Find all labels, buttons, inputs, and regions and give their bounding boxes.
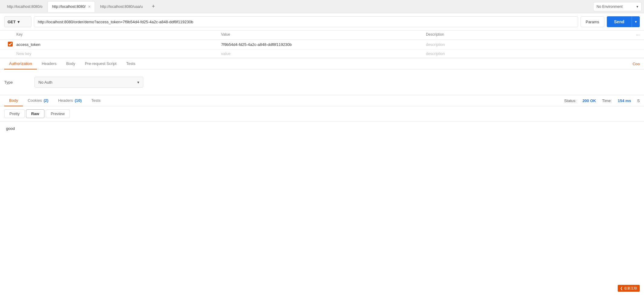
environment-selector[interactable]: No Environment ▾ xyxy=(593,2,642,11)
env-dropdown-icon: ▾ xyxy=(636,5,638,9)
response-tab-headers[interactable]: Headers (10) xyxy=(53,95,86,106)
env-label: No Environment xyxy=(597,5,623,9)
response-section: Body Cookies (2) Headers (10) Tests Stat… xyxy=(0,95,644,146)
description-column-header: Description xyxy=(426,32,631,38)
value-column-header: Value xyxy=(221,32,426,38)
new-row xyxy=(0,50,644,58)
preview-tab-button[interactable]: Preview xyxy=(46,109,70,118)
table-row xyxy=(0,40,644,50)
response-tab-tests[interactable]: Tests xyxy=(86,95,105,106)
send-dropdown-button[interactable]: ▾ xyxy=(632,16,640,27)
auth-section: Type No Auth ▾ xyxy=(0,69,644,95)
size-label: S xyxy=(637,98,640,103)
status-value: 200 OK xyxy=(582,98,596,103)
more-options-icon[interactable]: ··· xyxy=(631,32,640,38)
new-key-input[interactable] xyxy=(16,51,221,56)
value-input[interactable] xyxy=(221,42,426,47)
pretty-tab-button[interactable]: Pretty xyxy=(4,109,25,118)
method-label: GET xyxy=(8,20,16,24)
key-column-header: Key xyxy=(16,32,221,38)
auth-type-label: Type xyxy=(4,80,28,85)
auth-dropdown-icon: ▾ xyxy=(137,80,139,85)
description-input[interactable] xyxy=(426,42,631,47)
tab-bar: http://localhost:8080/o http://localhost… xyxy=(0,0,644,13)
url-input[interactable] xyxy=(34,16,578,27)
method-dropdown-icon: ▾ xyxy=(18,20,20,24)
time-value: 154 ms xyxy=(618,98,631,103)
tab-tests[interactable]: Tests xyxy=(121,58,140,69)
tab-1-label: http://localhost:8080/o xyxy=(7,5,42,9)
cookies-label: Cookies xyxy=(28,98,42,103)
tab-2[interactable]: http://localhost:8080/ × xyxy=(47,1,95,12)
params-header: Key Value Description ··· xyxy=(0,31,644,40)
method-selector[interactable]: GET ▾ xyxy=(4,16,31,27)
response-body-content: good xyxy=(0,121,644,146)
send-button-group: Send ▾ xyxy=(607,16,640,27)
cookies-badge: (2) xyxy=(44,98,48,103)
sub-tabs: Authorization Headers Body Pre-request S… xyxy=(0,58,644,69)
auth-type-value: No Auth xyxy=(38,80,52,85)
tab-3-label: http://localhost:8080/uaa/u xyxy=(100,5,143,9)
response-body-text: good xyxy=(6,126,15,131)
headers-badge: (10) xyxy=(75,98,82,103)
new-value-input[interactable] xyxy=(221,51,426,56)
response-tab-body[interactable]: Body xyxy=(4,95,23,106)
add-tab-button[interactable]: + xyxy=(149,2,158,11)
tab-2-label: http://localhost:8080/ xyxy=(52,5,86,9)
raw-tab-button[interactable]: Raw xyxy=(26,109,44,118)
row-checkbox[interactable] xyxy=(4,42,16,47)
code-tab[interactable]: Coo xyxy=(633,59,640,69)
status-label: Status: xyxy=(564,98,576,103)
tab-1[interactable]: http://localhost:8080/o xyxy=(2,1,47,12)
send-button[interactable]: Send xyxy=(607,16,632,27)
tab-2-close-icon[interactable]: × xyxy=(88,5,90,9)
tab-authorization[interactable]: Authorization xyxy=(4,58,37,69)
auth-row: Type No Auth ▾ xyxy=(4,77,640,88)
time-label: Time: xyxy=(602,98,612,103)
response-status: Status: 200 OK Time: 154 ms S xyxy=(564,98,640,103)
response-tabs-bar: Body Cookies (2) Headers (10) Tests Stat… xyxy=(0,95,644,106)
request-bar: GET ▾ Params Send ▾ xyxy=(0,13,644,31)
response-body-tabs: Pretty Raw Preview xyxy=(0,106,644,121)
tab-3[interactable]: http://localhost:8080/uaa/u xyxy=(96,1,147,12)
headers-label: Headers xyxy=(58,98,73,103)
tab-body[interactable]: Body xyxy=(61,58,80,69)
tab-headers[interactable]: Headers xyxy=(37,58,61,69)
key-input[interactable] xyxy=(16,42,221,47)
params-button[interactable]: Params xyxy=(581,16,604,27)
params-table: Key Value Description ··· xyxy=(0,31,644,58)
response-tab-cookies[interactable]: Cookies (2) xyxy=(23,95,54,106)
tab-prerequest[interactable]: Pre-request Script xyxy=(80,58,122,69)
auth-type-dropdown[interactable]: No Auth ▾ xyxy=(34,77,143,88)
new-description-input[interactable] xyxy=(426,51,631,56)
